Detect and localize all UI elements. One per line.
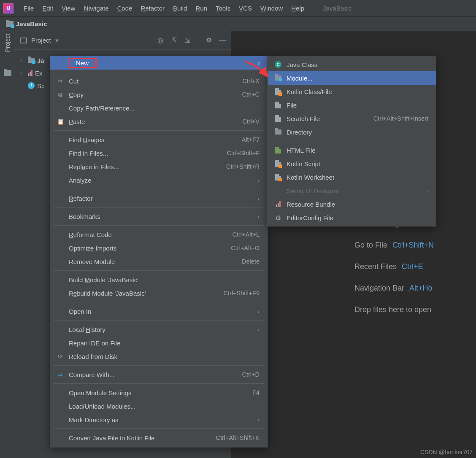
- new-java-class[interactable]: CJava Class: [268, 58, 436, 71]
- menubar-project-label: JavaBasic: [323, 5, 352, 12]
- menu-build[interactable]: Build: [169, 3, 191, 13]
- ctx-cut[interactable]: ✂CutCtrl+X: [50, 74, 267, 88]
- chevron-right-icon[interactable]: ›: [20, 58, 25, 63]
- ctx-refactor[interactable]: Refactor›: [50, 191, 267, 205]
- ctx-convert-java-file-to-kotlin-file[interactable]: Convert Java File to Kotlin FileCtrl+Alt…: [50, 431, 267, 445]
- menu-refactor[interactable]: Refactor: [136, 3, 169, 13]
- new-kotlin-script[interactable]: Kotlin Script: [268, 157, 436, 170]
- watermark: CSDN @honker707: [420, 449, 473, 455]
- new-editorconfig-file[interactable]: ⚙EditorConfig File: [268, 211, 436, 224]
- hint-shortcut: Ctrl+Shift+N: [392, 241, 434, 250]
- menu-view[interactable]: View: [57, 3, 79, 13]
- new-directory[interactable]: Directory: [268, 125, 436, 139]
- chevron-right-icon: ›: [258, 177, 260, 183]
- project-panel-title[interactable]: Project: [31, 37, 51, 44]
- separator: [54, 270, 264, 271]
- hint-row: Drop files here to open: [354, 305, 476, 314]
- menu-window[interactable]: Window: [256, 3, 287, 13]
- new-scratch-file[interactable]: Scratch FileCtrl+Alt+Shift+Insert: [268, 112, 436, 125]
- hint-shortcut: Alt+Ho: [409, 284, 433, 293]
- ctx-label: Find Usages: [69, 136, 104, 143]
- chevron-right-icon: ›: [258, 213, 260, 220]
- submenu-label: Kotlin Class/File: [287, 88, 332, 95]
- menu-code[interactable]: Code: [113, 3, 137, 13]
- menu-run[interactable]: Run: [191, 3, 211, 13]
- ctx-replace-in-files[interactable]: Replace in Files...Ctrl+Shift+R: [50, 160, 267, 173]
- chevron-right-icon: ›: [258, 195, 260, 202]
- ctx-open-module-settings[interactable]: Open Module SettingsF4: [50, 386, 267, 399]
- ctx-reformat-code[interactable]: Reformat CodeCtrl+Alt+L: [50, 228, 267, 241]
- ctx-build-module-javabasic[interactable]: Build Module 'JavaBasic': [50, 273, 267, 286]
- target-icon[interactable]: ◎: [157, 37, 164, 44]
- hint-label: Drop files here to open: [354, 305, 431, 314]
- ctx-label: Refactor: [69, 195, 93, 202]
- compare-icon: ⇄: [56, 371, 65, 378]
- shortcut-label: Ctrl+X: [242, 78, 260, 84]
- ctx-local-history[interactable]: Local History›: [50, 323, 267, 336]
- new-resource-bundle[interactable]: Resource Bundle: [268, 197, 436, 211]
- chevron-right-icon: ›: [258, 60, 260, 66]
- breadcrumb-name: JavaBasic: [16, 20, 47, 27]
- app-icon: IJ: [3, 3, 14, 13]
- menu-edit[interactable]: Edit: [38, 3, 57, 13]
- folder-icon[interactable]: [4, 70, 11, 76]
- sidebar-tab-project[interactable]: Project: [4, 34, 11, 52]
- new-html-file[interactable]: HTML File: [268, 143, 436, 157]
- gear-icon[interactable]: ⚙: [205, 37, 213, 44]
- separator: [54, 302, 264, 302]
- ctx-mark-directory-as[interactable]: Mark Directory as›: [50, 413, 267, 426]
- ctx-reload-from-disk[interactable]: ⟳Reload from Disk: [50, 350, 267, 363]
- ctx-repair-ide-on-file[interactable]: Repair IDE on File: [50, 336, 267, 350]
- class-icon: C: [274, 61, 282, 68]
- ctx-label: Compare With...: [69, 371, 114, 378]
- hint-shortcut: Ctrl+E: [402, 262, 423, 271]
- ctx-paste[interactable]: 📋PasteCtrl+V: [50, 115, 267, 128]
- ctx-new[interactable]: New›: [50, 56, 267, 70]
- hint-label: Go to File: [354, 241, 387, 250]
- ctx-copy[interactable]: ⧉CopyCtrl+C: [50, 88, 267, 101]
- shortcut-label: Delete: [242, 258, 260, 265]
- menu-tools[interactable]: Tools: [211, 3, 235, 13]
- collapse-all-icon[interactable]: ⇲: [184, 37, 191, 44]
- shortcut-label: Ctrl+Alt+Shift+Insert: [373, 115, 428, 122]
- ctx-load-unload-modules[interactable]: Load/Unload Modules...: [50, 399, 267, 413]
- new-kotlin-worksheet[interactable]: Kotlin Worksheet: [268, 170, 436, 184]
- ctx-label: Load/Unload Modules...: [69, 403, 135, 410]
- chevron-right-icon[interactable]: ›: [20, 70, 25, 75]
- ctx-label: Bookmarks: [69, 213, 100, 220]
- shortcut-label: Ctrl+C: [242, 91, 260, 98]
- ctx-find-usages[interactable]: Find UsagesAlt+F7: [50, 133, 267, 146]
- menu-navigate[interactable]: Navigate: [79, 3, 113, 13]
- new-file[interactable]: File: [268, 98, 436, 112]
- ctx-label: Repair IDE on File: [69, 339, 121, 347]
- ctx-label: Open In: [69, 308, 91, 315]
- ctx-bookmarks[interactable]: Bookmarks›: [50, 210, 267, 223]
- ctx-remove-module[interactable]: Remove ModuleDelete: [50, 255, 267, 268]
- ctx-optimize-imports[interactable]: Optimize ImportsCtrl+Alt+O: [50, 241, 267, 255]
- context-menu: New›✂CutCtrl+X⧉CopyCtrl+CCopy Path/Refer…: [50, 56, 268, 447]
- copy-icon: ⧉: [56, 91, 65, 98]
- annotation-box: New: [68, 58, 97, 68]
- tree-label: Ex: [35, 70, 43, 77]
- ctx-label: Reload from Disk: [69, 353, 117, 360]
- html-icon: [274, 146, 282, 154]
- ctx-open-in[interactable]: Open In›: [50, 304, 267, 318]
- menu-vcs[interactable]: VCS: [235, 3, 256, 13]
- ctx-compare-with[interactable]: ⇄Compare With...Ctrl+D: [50, 368, 267, 381]
- ctx-copy-path-reference[interactable]: Copy Path/Reference...: [50, 101, 267, 115]
- expand-all-icon[interactable]: ⇱: [170, 37, 178, 44]
- ctx-find-in-files[interactable]: Find in Files...Ctrl+Shift+F: [50, 146, 267, 160]
- shortcut-label: Ctrl+Alt+Shift+K: [216, 434, 260, 441]
- chevron-down-icon[interactable]: ▾: [55, 37, 59, 44]
- new-kotlin-class-file[interactable]: Kotlin Class/File: [268, 85, 436, 98]
- submenu-label: Directory: [287, 129, 312, 136]
- clock-icon: [28, 82, 35, 89]
- ctx-analyze[interactable]: Analyze›: [50, 173, 267, 187]
- minimize-icon[interactable]: —: [219, 37, 226, 44]
- new-module[interactable]: Module...: [268, 71, 436, 85]
- shortcut-label: Alt+F7: [242, 136, 260, 143]
- shortcut-label: Ctrl+Shift+F: [227, 150, 260, 156]
- menu-help[interactable]: Help: [287, 3, 308, 13]
- menu-file[interactable]: File: [19, 3, 38, 13]
- ctx-rebuild-module-javabasic[interactable]: Rebuild Module 'JavaBasic'Ctrl+Shift+F9: [50, 286, 267, 300]
